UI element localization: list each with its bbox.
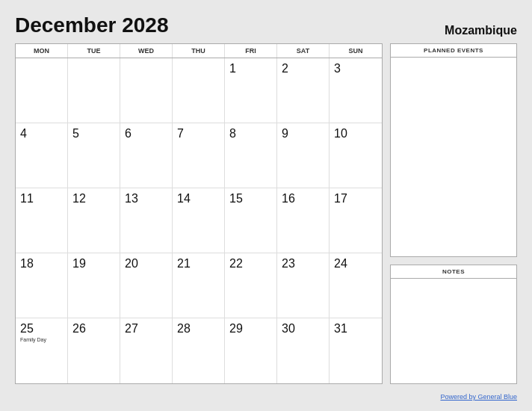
day-cell-4: 4 <box>16 123 68 188</box>
day-cell-21: 21 <box>173 253 225 318</box>
day-header-sat: SAT <box>277 44 330 58</box>
day-cell-17: 17 <box>330 188 382 253</box>
day-number: 8 <box>229 127 272 140</box>
empty-cell <box>16 58 68 123</box>
page: December 2028 Mozambique MON TUE WED THU… <box>0 0 532 411</box>
day-cell-31: 31 <box>330 318 382 383</box>
day-cell-25: 25 Family Day <box>16 318 68 383</box>
side-panel: PLANNED EVENTS NOTES <box>390 43 517 384</box>
day-number: 5 <box>72 127 115 140</box>
main-content: MON TUE WED THU FRI SAT SUN 1 2 <box>15 43 517 384</box>
day-cell-30: 30 <box>277 318 330 383</box>
day-cell-26: 26 <box>68 318 120 383</box>
month-title: December 2028 <box>15 13 168 37</box>
day-cell-20: 20 <box>120 253 173 318</box>
day-number: 15 <box>229 192 272 206</box>
empty-cell <box>120 58 173 123</box>
day-cell-22: 22 <box>225 253 277 318</box>
calendar-section: MON TUE WED THU FRI SAT SUN 1 2 <box>15 43 383 384</box>
country-name: Mozambique <box>445 24 517 37</box>
day-number: 28 <box>177 322 220 336</box>
empty-cell <box>173 58 225 123</box>
day-cell-1: 1 <box>225 58 277 123</box>
family-day-label: Family Day <box>20 337 63 343</box>
day-number: 9 <box>282 127 324 140</box>
day-cell-16: 16 <box>277 188 330 253</box>
day-header-wed: WED <box>120 44 173 58</box>
day-header-sun: SUN <box>330 44 382 58</box>
planned-events-content <box>391 58 516 256</box>
day-number: 2 <box>282 62 324 75</box>
day-number: 17 <box>334 192 377 206</box>
day-cell-13: 13 <box>120 188 173 253</box>
day-number: 4 <box>20 127 63 140</box>
day-number: 21 <box>177 257 220 271</box>
day-cell-28: 28 <box>173 318 225 383</box>
day-cell-6: 6 <box>120 123 173 188</box>
planned-events-header: PLANNED EVENTS <box>391 44 516 58</box>
day-cell-27: 27 <box>120 318 173 383</box>
calendar-grid: 1 2 3 4 5 6 7 <box>16 58 382 383</box>
day-number: 14 <box>177 192 220 206</box>
notes-header: NOTES <box>391 265 516 279</box>
day-header-thu: THU <box>173 44 225 58</box>
day-number: 19 <box>72 257 115 271</box>
day-header-mon: MON <box>16 44 68 58</box>
day-number: 24 <box>334 257 377 271</box>
day-cell-23: 23 <box>277 253 330 318</box>
footer: Powered by General Blue <box>15 389 517 402</box>
day-number: 27 <box>125 322 167 336</box>
day-number: 12 <box>72 192 115 206</box>
day-cell-9: 9 <box>277 123 330 188</box>
day-number: 29 <box>229 322 272 336</box>
day-headers: MON TUE WED THU FRI SAT SUN <box>16 44 382 58</box>
day-cell-8: 8 <box>225 123 277 188</box>
day-number: 25 <box>20 322 63 336</box>
day-cell-2: 2 <box>277 58 330 123</box>
day-cell-10: 10 <box>330 123 382 188</box>
day-cell-14: 14 <box>173 188 225 253</box>
day-cell-24: 24 <box>330 253 382 318</box>
day-cell-29: 29 <box>225 318 277 383</box>
day-number: 20 <box>125 257 167 271</box>
day-cell-3: 3 <box>330 58 382 123</box>
day-cell-15: 15 <box>225 188 277 253</box>
day-number: 6 <box>125 127 167 140</box>
day-number: 30 <box>282 322 324 336</box>
day-cell-11: 11 <box>16 188 68 253</box>
notes-box: NOTES <box>390 265 517 384</box>
day-number: 7 <box>177 127 220 140</box>
day-number: 26 <box>72 322 115 336</box>
day-header-fri: FRI <box>225 44 277 58</box>
day-number: 23 <box>282 257 324 271</box>
day-cell-5: 5 <box>68 123 120 188</box>
day-cell-12: 12 <box>68 188 120 253</box>
header: December 2028 Mozambique <box>15 13 517 37</box>
day-number: 18 <box>20 257 63 271</box>
day-cell-18: 18 <box>16 253 68 318</box>
day-number: 1 <box>229 62 272 75</box>
day-cell-7: 7 <box>173 123 225 188</box>
planned-events-box: PLANNED EVENTS <box>390 43 517 257</box>
day-number: 13 <box>125 192 167 206</box>
empty-cell <box>68 58 120 123</box>
day-number: 31 <box>334 322 377 336</box>
day-number: 3 <box>334 62 377 75</box>
day-number: 10 <box>334 127 377 140</box>
day-number: 11 <box>20 192 63 206</box>
notes-content <box>391 279 516 383</box>
day-number: 22 <box>229 257 272 271</box>
day-header-tue: TUE <box>68 44 120 58</box>
powered-by-link[interactable]: Powered by General Blue <box>440 393 517 401</box>
day-cell-19: 19 <box>68 253 120 318</box>
day-number: 16 <box>282 192 324 206</box>
